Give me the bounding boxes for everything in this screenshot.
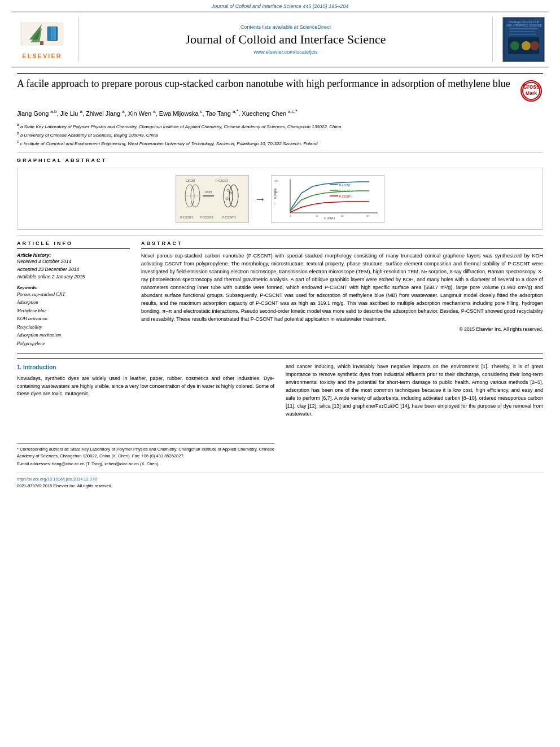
svg-rect-5 <box>48 27 52 40</box>
svg-text:P-CSCNT-1: P-CSCNT-1 <box>339 195 353 198</box>
introduction-section: 1. Introduction Nowadays, synthetic dyes… <box>17 358 543 467</box>
journal-cover-container: JOURNAL OF COLLOID AND INTERFACE SCIENCE <box>492 17 549 62</box>
journal-title-center: Contents lists available at ScienceDirec… <box>79 17 492 62</box>
main-content-area: A facile approach to prepare porous cup-… <box>17 68 543 495</box>
elsevier-tree-icon <box>18 20 66 51</box>
crossmark-icon: Cross Mark <box>520 80 542 102</box>
svg-text:30: 30 <box>366 215 369 217</box>
article-history-block: Article history: Received 4 October 2014… <box>17 252 130 281</box>
svg-text:20: 20 <box>341 215 344 217</box>
section-separator-3 <box>17 353 543 353</box>
svg-text:C (mg/L): C (mg/L) <box>324 216 335 220</box>
svg-text:P-CSCNT: P-CSCNT <box>339 184 351 187</box>
authors-line: Jiang Gong a,b, Jie Liu a, Zhiwei Jiang … <box>17 107 543 119</box>
diagram-arrow: → <box>255 193 266 206</box>
journal-citation-text: Journal of Colloid and Interface Science… <box>212 3 349 9</box>
svg-text:10: 10 <box>316 215 318 217</box>
svg-point-15 <box>522 41 531 50</box>
svg-text:P-CSCNT: P-CSCNT <box>216 179 228 182</box>
intro-text-right: and cancer inducing, which invariably ha… <box>286 363 543 418</box>
graphical-abstract-box: CSCNT KOH P-CSCNT <box>17 168 543 230</box>
sciencedirect-link[interactable]: ScienceDirect <box>300 24 331 30</box>
author-mijowska: Ewa Mijowska c <box>159 110 203 117</box>
graphical-abstract-right-image: q (mg/g) C (mg/L) 320 160 0 0 10 20 30 <box>272 175 384 223</box>
keywords-title: Keywords: <box>17 285 130 290</box>
intro-text-left: Nowadays, synthetic dyes are widely used… <box>17 375 274 399</box>
section-title-introduction: 1. Introduction <box>17 363 274 372</box>
author-liu: Jie Liu a <box>60 110 82 117</box>
history-title: Article history: <box>17 252 130 258</box>
affiliations-block: a a State Key Laboratory of Polymer Phys… <box>17 122 543 147</box>
article-title-section: A facile approach to prepare porous cup-… <box>17 73 543 103</box>
crossmark-badge: Cross Mark <box>520 80 543 103</box>
abstract-separator <box>141 248 543 249</box>
abstract-text: Novel porous cup-stacked carbon nanotube… <box>141 252 543 323</box>
affiliation-b: b b University of Chinese Academy of Sci… <box>17 130 543 139</box>
svg-text:320: 320 <box>274 180 278 182</box>
svg-text:160: 160 <box>274 191 278 194</box>
received-date: Received 4 October 2014 <box>17 258 130 266</box>
svg-rect-6 <box>53 27 56 40</box>
keyword-4: KOH activation <box>17 314 130 322</box>
author-tang: Tao Tang a,* <box>205 110 238 117</box>
svg-text:CSCNT: CSCNT <box>186 179 195 182</box>
svg-text:Cross: Cross <box>523 84 540 90</box>
keyword-6: Adsorption mechanism <box>17 331 130 339</box>
keywords-list: Porous cup-stacked CNT Adsorption Methyl… <box>17 290 130 347</box>
body-col-right: and cancer inducing, which invariably ha… <box>286 363 543 467</box>
elsevier-text: ELSEVIER <box>22 53 62 59</box>
keyword-2: Adsorption <box>17 298 130 306</box>
keyword-7: Polypropylene <box>17 339 130 347</box>
journal-url: www.elsevier.com/locate/jcis <box>253 49 318 55</box>
available-date: Available online 2 January 2015 <box>17 273 130 281</box>
elsevier-logo-container: ELSEVIER <box>11 17 79 62</box>
keyword-1: Porous cup-stacked CNT <box>17 290 130 298</box>
page-footer: http://dx.doi.org/10.1016/j.jcis.2014.12… <box>17 473 543 490</box>
email-note: E-mail addresses: ttang@ciac.ac.cn (T. T… <box>17 461 274 467</box>
graphical-abstract-header: GRAPHICAL ABSTRACT <box>17 158 543 163</box>
svg-point-16 <box>530 41 539 50</box>
footnote-block: * Corresponding authors at: State Key La… <box>17 443 274 467</box>
svg-text:P-CSCNT-1: P-CSCNT-1 <box>180 216 194 219</box>
copyright-line: © 2015 Elsevier Inc. All rights reserved… <box>141 326 543 332</box>
article-info-header: ARTICLE INFO <box>17 241 130 246</box>
author-wen: Xin Wen a <box>128 110 156 117</box>
abstract-header: ABSTRACT <box>141 241 543 246</box>
svg-text:Mark: Mark <box>526 90 537 96</box>
section-separator-1 <box>17 152 543 153</box>
svg-rect-3 <box>40 41 43 45</box>
graphical-abstract-image: CSCNT KOH P-CSCNT <box>176 173 384 224</box>
keyword-3: Methylene blue <box>17 307 130 314</box>
author-chen: Xuecheng Chen a,c,* <box>242 110 297 117</box>
body-col-left: 1. Introduction Nowadays, synthetic dyes… <box>17 363 274 467</box>
footer-issn: 0021-9797/© 2015 Elsevier Inc. All right… <box>17 483 112 490</box>
journal-header-banner: ELSEVIER Contents lists available at Sci… <box>11 11 549 68</box>
keyword-5: Recyclability <box>17 323 130 331</box>
author-jiang: Zhiwei Jiang a <box>86 110 125 117</box>
article-info-column: ARTICLE INFO Article history: Received 4… <box>17 241 130 347</box>
article-info-abstract-section: ARTICLE INFO Article history: Received 4… <box>17 241 543 347</box>
journal-cover-image: JOURNAL OF COLLOID AND INTERFACE SCIENCE <box>502 17 545 62</box>
svg-text:AND INTERFACE SCIENCE: AND INTERFACE SCIENCE <box>506 24 542 27</box>
svg-text:KOH: KOH <box>205 190 212 194</box>
footer-doi-link[interactable]: http://dx.doi.org/10.1016/j.jcis.2014.12… <box>17 476 112 483</box>
section-separator-2 <box>17 235 543 236</box>
footer-doi-block: http://dx.doi.org/10.1016/j.jcis.2014.12… <box>17 476 112 490</box>
body-text-columns: 1. Introduction Nowadays, synthetic dyes… <box>17 363 543 467</box>
article-title: A facile approach to prepare porous cup-… <box>17 77 515 90</box>
svg-text:P-CSCNT-2: P-CSCNT-2 <box>339 190 353 193</box>
journal-title: Journal of Colloid and Interface Science <box>186 32 386 47</box>
affiliation-a: a a State Key Laboratory of Polymer Phys… <box>17 122 543 130</box>
affiliation-c: c c Institute of Chemical and Environmen… <box>17 139 543 147</box>
corresponding-author-note: * Corresponding authors at: State Key La… <box>17 446 274 459</box>
contents-available-line: Contents lists available at ScienceDirec… <box>240 24 331 30</box>
accepted-date: Accepted 23 December 2014 <box>17 266 130 274</box>
author-gong: Jiang Gong a,b <box>17 110 56 117</box>
svg-point-14 <box>510 41 519 50</box>
graphical-abstract-left-image: CSCNT KOH P-CSCNT <box>176 175 249 223</box>
journal-citation-bar: Journal of Colloid and Interface Science… <box>0 0 560 11</box>
svg-rect-22 <box>177 176 248 221</box>
article-info-separator <box>17 248 130 249</box>
svg-text:P-CSCNT-2: P-CSCNT-2 <box>200 216 213 219</box>
svg-text:P-CSCNT-3: P-CSCNT-3 <box>222 216 236 219</box>
